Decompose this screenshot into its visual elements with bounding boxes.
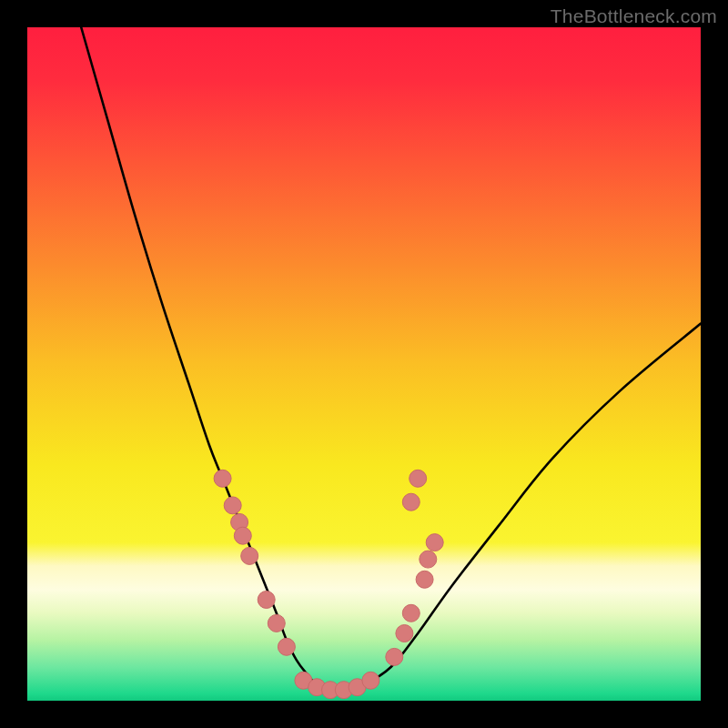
curve-marker <box>241 547 258 564</box>
curve-marker <box>426 534 443 551</box>
curve-marker <box>362 672 379 689</box>
curve-marker <box>410 470 427 487</box>
curve-marker <box>278 638 295 655</box>
bottleneck-curve <box>81 27 701 691</box>
curve-marker <box>396 625 413 642</box>
curve-marker <box>386 648 403 665</box>
watermark-text: TheBottleneck.com <box>551 5 717 27</box>
curve-marker <box>258 592 275 609</box>
curve-marker <box>402 493 420 511</box>
curve-marker <box>234 527 251 544</box>
curve-marker <box>268 614 285 632</box>
curve-markers <box>214 470 443 698</box>
curve-marker <box>402 604 420 622</box>
curve-marker <box>420 551 437 568</box>
curve-marker <box>224 497 241 514</box>
plot-area <box>27 27 701 701</box>
chart-frame: TheBottleneck.com <box>0 0 728 728</box>
curve-marker <box>416 571 433 588</box>
curve-marker <box>214 470 231 487</box>
curve-layer <box>27 27 701 701</box>
